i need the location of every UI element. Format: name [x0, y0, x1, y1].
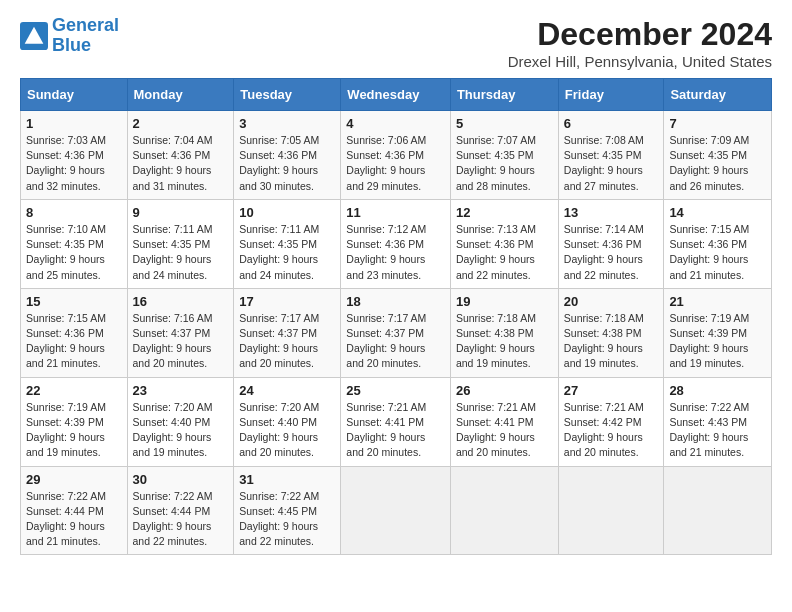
day-number: 29	[26, 472, 122, 487]
col-header-friday: Friday	[558, 79, 664, 111]
day-number: 20	[564, 294, 659, 309]
day-cell: 3Sunrise: 7:05 AM Sunset: 4:36 PM Daylig…	[234, 111, 341, 200]
page-title: December 2024	[508, 16, 772, 53]
calendar-header: SundayMondayTuesdayWednesdayThursdayFrid…	[21, 79, 772, 111]
week-row-4: 22Sunrise: 7:19 AM Sunset: 4:39 PM Dayli…	[21, 377, 772, 466]
day-cell	[664, 466, 772, 555]
day-cell: 19Sunrise: 7:18 AM Sunset: 4:38 PM Dayli…	[450, 288, 558, 377]
day-cell: 22Sunrise: 7:19 AM Sunset: 4:39 PM Dayli…	[21, 377, 128, 466]
day-number: 8	[26, 205, 122, 220]
day-number: 22	[26, 383, 122, 398]
day-info: Sunrise: 7:16 AM Sunset: 4:37 PM Dayligh…	[133, 311, 229, 372]
day-info: Sunrise: 7:05 AM Sunset: 4:36 PM Dayligh…	[239, 133, 335, 194]
day-cell: 6Sunrise: 7:08 AM Sunset: 4:35 PM Daylig…	[558, 111, 664, 200]
day-cell: 14Sunrise: 7:15 AM Sunset: 4:36 PM Dayli…	[664, 199, 772, 288]
day-cell: 21Sunrise: 7:19 AM Sunset: 4:39 PM Dayli…	[664, 288, 772, 377]
day-info: Sunrise: 7:09 AM Sunset: 4:35 PM Dayligh…	[669, 133, 766, 194]
day-cell: 4Sunrise: 7:06 AM Sunset: 4:36 PM Daylig…	[341, 111, 451, 200]
day-cell: 5Sunrise: 7:07 AM Sunset: 4:35 PM Daylig…	[450, 111, 558, 200]
day-cell: 7Sunrise: 7:09 AM Sunset: 4:35 PM Daylig…	[664, 111, 772, 200]
logo-text: General Blue	[52, 16, 119, 56]
page-header: General Blue December 2024 Drexel Hill, …	[20, 16, 772, 70]
day-cell: 31Sunrise: 7:22 AM Sunset: 4:45 PM Dayli…	[234, 466, 341, 555]
day-number: 7	[669, 116, 766, 131]
day-cell: 9Sunrise: 7:11 AM Sunset: 4:35 PM Daylig…	[127, 199, 234, 288]
logo-icon	[20, 22, 48, 50]
day-info: Sunrise: 7:06 AM Sunset: 4:36 PM Dayligh…	[346, 133, 445, 194]
day-cell: 28Sunrise: 7:22 AM Sunset: 4:43 PM Dayli…	[664, 377, 772, 466]
day-number: 14	[669, 205, 766, 220]
day-number: 15	[26, 294, 122, 309]
day-cell: 16Sunrise: 7:16 AM Sunset: 4:37 PM Dayli…	[127, 288, 234, 377]
day-info: Sunrise: 7:17 AM Sunset: 4:37 PM Dayligh…	[346, 311, 445, 372]
day-cell: 15Sunrise: 7:15 AM Sunset: 4:36 PM Dayli…	[21, 288, 128, 377]
day-number: 30	[133, 472, 229, 487]
week-row-2: 8Sunrise: 7:10 AM Sunset: 4:35 PM Daylig…	[21, 199, 772, 288]
day-info: Sunrise: 7:03 AM Sunset: 4:36 PM Dayligh…	[26, 133, 122, 194]
day-cell: 23Sunrise: 7:20 AM Sunset: 4:40 PM Dayli…	[127, 377, 234, 466]
page-subtitle: Drexel Hill, Pennsylvania, United States	[508, 53, 772, 70]
day-cell: 29Sunrise: 7:22 AM Sunset: 4:44 PM Dayli…	[21, 466, 128, 555]
day-number: 12	[456, 205, 553, 220]
day-cell: 2Sunrise: 7:04 AM Sunset: 4:36 PM Daylig…	[127, 111, 234, 200]
day-cell	[450, 466, 558, 555]
day-number: 24	[239, 383, 335, 398]
day-number: 28	[669, 383, 766, 398]
day-cell: 10Sunrise: 7:11 AM Sunset: 4:35 PM Dayli…	[234, 199, 341, 288]
day-info: Sunrise: 7:10 AM Sunset: 4:35 PM Dayligh…	[26, 222, 122, 283]
day-info: Sunrise: 7:15 AM Sunset: 4:36 PM Dayligh…	[669, 222, 766, 283]
col-header-wednesday: Wednesday	[341, 79, 451, 111]
day-number: 26	[456, 383, 553, 398]
day-cell: 24Sunrise: 7:20 AM Sunset: 4:40 PM Dayli…	[234, 377, 341, 466]
day-cell: 27Sunrise: 7:21 AM Sunset: 4:42 PM Dayli…	[558, 377, 664, 466]
day-number: 23	[133, 383, 229, 398]
day-number: 9	[133, 205, 229, 220]
title-block: December 2024 Drexel Hill, Pennsylvania,…	[508, 16, 772, 70]
calendar-table: SundayMondayTuesdayWednesdayThursdayFrid…	[20, 78, 772, 555]
day-cell: 8Sunrise: 7:10 AM Sunset: 4:35 PM Daylig…	[21, 199, 128, 288]
day-cell: 30Sunrise: 7:22 AM Sunset: 4:44 PM Dayli…	[127, 466, 234, 555]
day-cell: 12Sunrise: 7:13 AM Sunset: 4:36 PM Dayli…	[450, 199, 558, 288]
day-number: 16	[133, 294, 229, 309]
day-info: Sunrise: 7:04 AM Sunset: 4:36 PM Dayligh…	[133, 133, 229, 194]
week-row-3: 15Sunrise: 7:15 AM Sunset: 4:36 PM Dayli…	[21, 288, 772, 377]
day-number: 27	[564, 383, 659, 398]
day-number: 5	[456, 116, 553, 131]
day-cell: 1Sunrise: 7:03 AM Sunset: 4:36 PM Daylig…	[21, 111, 128, 200]
day-number: 25	[346, 383, 445, 398]
day-number: 2	[133, 116, 229, 131]
day-info: Sunrise: 7:14 AM Sunset: 4:36 PM Dayligh…	[564, 222, 659, 283]
day-info: Sunrise: 7:18 AM Sunset: 4:38 PM Dayligh…	[456, 311, 553, 372]
col-header-monday: Monday	[127, 79, 234, 111]
week-row-5: 29Sunrise: 7:22 AM Sunset: 4:44 PM Dayli…	[21, 466, 772, 555]
day-number: 6	[564, 116, 659, 131]
day-info: Sunrise: 7:22 AM Sunset: 4:44 PM Dayligh…	[133, 489, 229, 550]
day-info: Sunrise: 7:07 AM Sunset: 4:35 PM Dayligh…	[456, 133, 553, 194]
day-number: 4	[346, 116, 445, 131]
day-info: Sunrise: 7:22 AM Sunset: 4:45 PM Dayligh…	[239, 489, 335, 550]
day-info: Sunrise: 7:22 AM Sunset: 4:44 PM Dayligh…	[26, 489, 122, 550]
day-info: Sunrise: 7:11 AM Sunset: 4:35 PM Dayligh…	[133, 222, 229, 283]
week-row-1: 1Sunrise: 7:03 AM Sunset: 4:36 PM Daylig…	[21, 111, 772, 200]
day-info: Sunrise: 7:20 AM Sunset: 4:40 PM Dayligh…	[239, 400, 335, 461]
day-number: 10	[239, 205, 335, 220]
day-cell: 26Sunrise: 7:21 AM Sunset: 4:41 PM Dayli…	[450, 377, 558, 466]
day-number: 11	[346, 205, 445, 220]
day-info: Sunrise: 7:15 AM Sunset: 4:36 PM Dayligh…	[26, 311, 122, 372]
day-info: Sunrise: 7:19 AM Sunset: 4:39 PM Dayligh…	[26, 400, 122, 461]
day-cell: 13Sunrise: 7:14 AM Sunset: 4:36 PM Dayli…	[558, 199, 664, 288]
col-header-thursday: Thursday	[450, 79, 558, 111]
day-cell	[341, 466, 451, 555]
col-header-sunday: Sunday	[21, 79, 128, 111]
day-cell	[558, 466, 664, 555]
logo: General Blue	[20, 16, 119, 56]
day-info: Sunrise: 7:21 AM Sunset: 4:41 PM Dayligh…	[346, 400, 445, 461]
day-info: Sunrise: 7:21 AM Sunset: 4:41 PM Dayligh…	[456, 400, 553, 461]
day-info: Sunrise: 7:22 AM Sunset: 4:43 PM Dayligh…	[669, 400, 766, 461]
col-header-saturday: Saturday	[664, 79, 772, 111]
day-number: 31	[239, 472, 335, 487]
day-info: Sunrise: 7:19 AM Sunset: 4:39 PM Dayligh…	[669, 311, 766, 372]
day-info: Sunrise: 7:11 AM Sunset: 4:35 PM Dayligh…	[239, 222, 335, 283]
day-info: Sunrise: 7:13 AM Sunset: 4:36 PM Dayligh…	[456, 222, 553, 283]
day-number: 18	[346, 294, 445, 309]
